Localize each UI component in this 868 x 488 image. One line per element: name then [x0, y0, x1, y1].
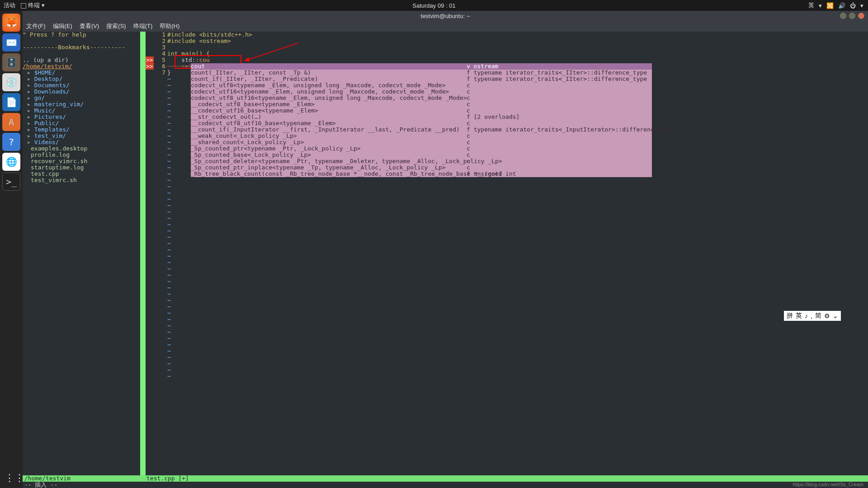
bookmarks-header: ----------Bookmarks---------- [23, 44, 140, 51]
dock-terminal-icon[interactable]: >_ [2, 173, 20, 191]
ubuntu-dock: 🦊 ✉️ 🗄️ 💿 📄 A ? 🌐 >_ [0, 11, 23, 488]
tree-file[interactable]: test_vimrc.sh [23, 177, 140, 183]
dock-firefox-icon[interactable]: 🦊 [2, 14, 20, 32]
vim-editor[interactable]: " Press ? for help ----------Bookmarks--… [23, 32, 868, 488]
dock-help-icon[interactable]: ? [2, 133, 20, 151]
dock-rhythmbox-icon[interactable]: 💿 [2, 73, 20, 91]
tree-file[interactable]: profile.log [23, 152, 140, 158]
menu-item[interactable]: 终端(T) [133, 22, 153, 30]
tree-dir[interactable]: test_vim/ [23, 133, 140, 139]
window-close[interactable] [858, 13, 864, 19]
completion-item[interactable]: _Rb_tree_black_count(const _Rb_tree_node… [191, 171, 652, 177]
completion-item[interactable]: __str_codecvt_out(…)f [2 overloads] [191, 114, 652, 120]
dock-chrome-icon[interactable]: 🌐 [2, 153, 20, 171]
gnome-topbar: 活动 终端 ▾ Saturday 09 : 01 英▾ 🔀 🔊 ⏻ ▾ [0, 0, 868, 11]
tree-file[interactable]: startuptime.log [23, 164, 140, 171]
completion-item[interactable]: count(_IIter, _IIter, const _Tp &)f type… [191, 70, 652, 76]
ime-button[interactable]: , [811, 312, 812, 319]
completion-item[interactable]: __count_if(_InputIterator __first, _Inpu… [191, 127, 652, 133]
volume-icon[interactable]: 🔊 [838, 2, 845, 9]
dock-thunderbird-icon[interactable]: ✉️ [2, 33, 20, 52]
completion-item-selected[interactable]: coutv ostream [191, 63, 652, 70]
tree-dir[interactable]: Music/ [23, 108, 140, 114]
menu-item[interactable]: 文件(F) [26, 22, 46, 30]
help-hint: " Press ? for help [23, 32, 140, 38]
window-maximize[interactable] [849, 13, 855, 19]
status-line: /home/testvim test.cpp [+] [23, 475, 868, 482]
tree-dir[interactable]: Downloads/ [23, 89, 140, 95]
completion-item[interactable]: _Sp_counted_ptr_inplace<typename _Tp, ty… [191, 164, 652, 171]
tree-dir[interactable]: Desktop/ [23, 76, 140, 82]
tree-dir[interactable]: $HOME/ [23, 70, 140, 76]
completion-item[interactable]: _Sp_counted_base<_Lock_policy _Lp>c [191, 152, 652, 158]
menu-item[interactable]: 查看(V) [80, 22, 99, 30]
menu-chevron-icon[interactable]: ▾ [860, 2, 863, 9]
tree-dir[interactable]: Pictures/ [23, 114, 140, 120]
window-minimize[interactable] [840, 13, 846, 19]
ime-button[interactable]: ⌄ [833, 312, 838, 319]
watermark: https://blog.csdn.net/ISs_Cream [793, 482, 863, 487]
tree-dir[interactable]: mastering_vim/ [23, 101, 140, 108]
activities-button[interactable]: 活动 [4, 1, 15, 9]
tree-file[interactable]: recover_vimrc.sh [23, 158, 140, 164]
tree-file[interactable]: examples.desktop [23, 145, 140, 152]
ime-button[interactable]: 简 [815, 312, 821, 320]
line-numbers: 1234567 [155, 32, 167, 475]
sign-column: >>>> [146, 32, 155, 475]
network-icon[interactable]: 🔀 [826, 2, 834, 9]
tree-dir[interactable]: Videos/ [23, 139, 140, 145]
mode-line: -- 插入 -- [23, 482, 868, 488]
tree-file[interactable]: test.cpp [23, 171, 140, 177]
ime-button[interactable]: ⚙ [824, 312, 830, 319]
completion-item[interactable]: __weak_count<_Lock_policy _Lp>c [191, 133, 652, 139]
cwd[interactable]: /home/testvim/ [23, 63, 140, 70]
power-icon[interactable]: ⏻ [850, 2, 856, 9]
completion-item[interactable]: _Sp_counted_ptr<typename _Ptr, _Lock_pol… [191, 145, 652, 152]
completion-item[interactable]: __shared_count<_Lock_policy _Lp>c [191, 139, 652, 145]
dock-software-icon[interactable]: A [2, 113, 20, 131]
tree-dir[interactable]: Documents/ [23, 82, 140, 89]
input-lang[interactable]: 英 [808, 1, 814, 9]
app-indicator[interactable]: 终端 ▾ [21, 1, 45, 9]
dock-files-icon[interactable]: 🗄️ [2, 53, 20, 71]
completion-item[interactable]: __codecvt_utf16_base<typename _Elem>c [191, 108, 652, 114]
menu-item[interactable]: 搜索(S) [106, 22, 126, 30]
nerdtree[interactable]: " Press ? for help ----------Bookmarks--… [23, 32, 140, 475]
terminal-menubar[interactable]: 文件(F)编辑(E)查看(V)搜索(S)终端(T)帮助(H) [23, 21, 868, 32]
menu-item[interactable]: 帮助(H) [160, 22, 179, 30]
window-title: testvim@ubuntu: ~ [421, 13, 470, 19]
completion-item[interactable]: _Sp_counted_deleter<typename _Ptr, typen… [191, 158, 652, 164]
completion-item[interactable]: __codecvt_utf8_utf16_base<typename _Elem… [191, 120, 652, 127]
ime-button[interactable]: ♪ [805, 312, 808, 319]
window-titlebar: testvim@ubuntu: ~ [23, 11, 868, 21]
tree-dir[interactable]: Templates/ [23, 127, 140, 133]
tree-dir[interactable]: go/ [23, 95, 140, 101]
completion-item[interactable]: count_if(_IIter, _IIter, _Predicate)f ty… [191, 76, 652, 82]
completion-popup[interactable]: coutv ostreamcount(_IIter, _IIter, const… [191, 63, 652, 177]
ime-button[interactable]: 英 [796, 312, 802, 320]
ime-button[interactable]: 拼 [787, 312, 793, 320]
dock-writer-icon[interactable]: 📄 [2, 93, 20, 111]
menu-item[interactable]: 编辑(E) [53, 22, 72, 30]
fold-column [140, 32, 146, 475]
up-dir[interactable]: .. (up a dir) [23, 57, 140, 63]
clock[interactable]: Saturday 09 : 01 [412, 2, 455, 9]
completion-item[interactable]: codecvt_utf8_utf16<typename _Elem, unsig… [191, 95, 652, 101]
ime-bar[interactable]: 拼英♪,简⚙⌄ [784, 311, 841, 321]
completion-item[interactable]: codecvt_utf8<typename _Elem, unsigned lo… [191, 82, 652, 89]
completion-item[interactable]: __codecvt_utf8_base<typename _Elem>c [191, 101, 652, 108]
tree-dir[interactable]: Public/ [23, 120, 140, 127]
completion-item[interactable]: codecvt_utf16<typename _Elem, unsigned l… [191, 89, 652, 95]
